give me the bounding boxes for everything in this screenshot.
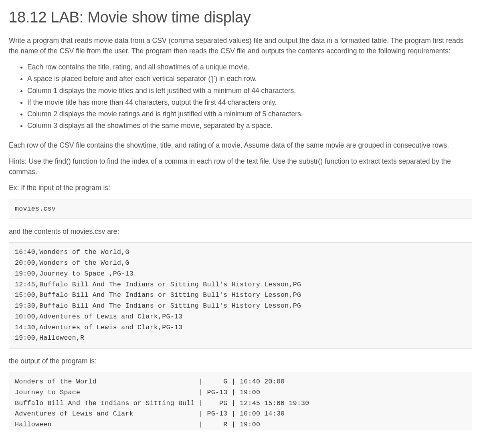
list-item: Column 1 displays the movie titles and i… (27, 85, 472, 96)
input-code-block: movies.csv (9, 199, 472, 219)
list-item: Column 3 displays all the showtimes of t… (27, 120, 472, 131)
output-intro-paragraph: the output of the program is: (9, 356, 472, 366)
intro-paragraph: Write a program that reads movie data fr… (9, 35, 472, 57)
csv-contents-intro-paragraph: and the contents of movies.csv are: (9, 226, 472, 237)
output-code-block: Wonders of the World | G | 16:40 20:00 J… (9, 372, 472, 430)
csv-info-paragraph: Each row of the CSV file contains the sh… (9, 140, 472, 150)
example-intro-paragraph: Ex: If the input of the program is: (9, 182, 472, 193)
list-item: Column 2 displays the movie ratings and … (27, 109, 472, 119)
list-item: If the movie title has more than 44 char… (27, 97, 472, 107)
list-item: Each row contains the title, rating, and… (27, 62, 472, 72)
list-item: A space is placed before and after each … (27, 73, 472, 84)
page-title: 18.12 LAB: Movie show time display (9, 8, 472, 27)
requirements-list: Each row contains the title, rating, and… (9, 62, 472, 131)
csv-code-block: 16:40,Wonders of the World,G 20:00,Wonde… (9, 242, 472, 348)
hints-paragraph: Hints: Use the find() function to find t… (9, 156, 472, 177)
